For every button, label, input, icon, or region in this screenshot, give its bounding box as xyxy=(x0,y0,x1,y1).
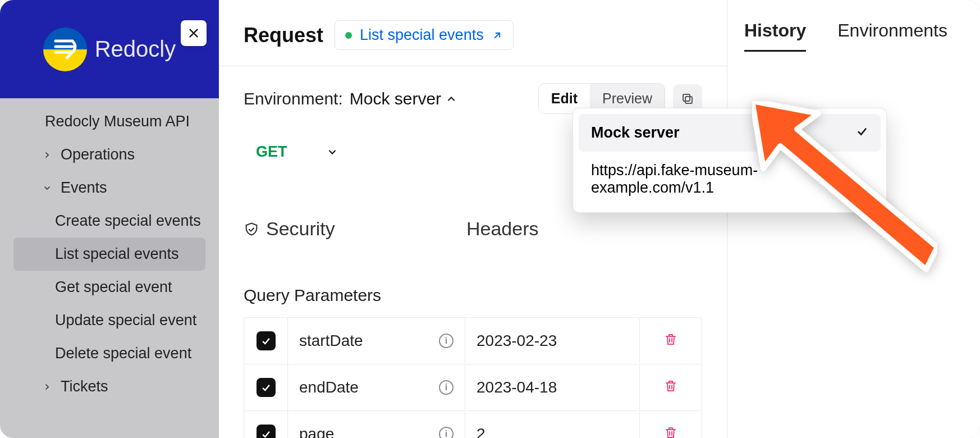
param-value[interactable]: 2023-02-23 xyxy=(477,332,557,350)
request-panel: Request List special events Environment:… xyxy=(219,0,727,438)
sidebar-item-label: Create special events xyxy=(55,212,201,230)
environment-option[interactable]: Mock server xyxy=(579,114,881,152)
delete-param-button[interactable] xyxy=(664,332,677,350)
copy-icon xyxy=(681,92,694,106)
check-icon xyxy=(856,124,868,142)
tab-history[interactable]: History xyxy=(744,20,806,52)
environment-option-label: https://api.fake-museum-example.com/v1.1 xyxy=(591,162,868,197)
table-row: startDatei2023-02-23 xyxy=(244,318,702,364)
environment-dropdown: Mock serverhttps://api.fake-museum-examp… xyxy=(573,108,887,213)
table-row: pagei2 xyxy=(244,410,702,438)
param-enabled-checkbox[interactable] xyxy=(257,425,276,438)
query-params-heading: Query Parameters xyxy=(244,286,702,305)
status-dot-icon xyxy=(345,32,352,39)
sidebar-item-label: Get special event xyxy=(55,279,172,296)
sidebar-item-label: Tickets xyxy=(61,378,108,395)
param-name: endDate xyxy=(299,378,359,396)
sidebar-item-delete-special-event[interactable]: Delete special event xyxy=(0,337,219,370)
sidebar-item-label: Operations xyxy=(61,146,135,163)
http-method-selector[interactable]: GET xyxy=(244,133,350,171)
tab-environments[interactable]: Environments xyxy=(837,20,947,52)
sidebar-item-events[interactable]: Events xyxy=(0,171,219,204)
param-name: startDate xyxy=(299,332,363,350)
sidebar-nav: Redocly Museum APIOperationsEventsCreate… xyxy=(0,98,219,410)
sidebar-item-label: Events xyxy=(61,179,107,197)
environment-value: Mock server xyxy=(350,89,441,108)
svg-rect-1 xyxy=(683,94,690,101)
redocly-logo-icon xyxy=(43,28,87,71)
sidebar-item-label: Redocly Museum API xyxy=(45,113,190,130)
sidebar-item-label: Delete special event xyxy=(55,345,191,362)
http-method: GET xyxy=(256,143,287,161)
close-icon xyxy=(187,27,200,39)
sidebar: Redocly Redocly Museum APIOperationsEven… xyxy=(0,0,219,438)
operation-chip[interactable]: List special events xyxy=(335,20,514,50)
sidebar-item-label: Update special event xyxy=(55,312,196,329)
operation-label: List special events xyxy=(360,26,484,44)
environment-selector[interactable]: Mock server xyxy=(350,89,457,108)
external-link-icon xyxy=(492,30,503,41)
sidebar-item-operations[interactable]: Operations xyxy=(0,138,219,171)
brand-name: Redocly xyxy=(95,36,176,62)
main-panel: Request List special events Environment:… xyxy=(219,0,980,438)
info-icon[interactable]: i xyxy=(439,380,454,395)
table-row: endDatei2023-04-18 xyxy=(244,364,702,410)
param-enabled-checkbox[interactable] xyxy=(257,331,276,350)
sidebar-item-label: List special events xyxy=(55,245,179,263)
param-enabled-checkbox[interactable] xyxy=(257,378,276,397)
sidebar-item-redocly-museum-api[interactable]: Redocly Museum API xyxy=(0,105,219,138)
delete-param-button[interactable] xyxy=(664,378,677,396)
tab-security-label: Security xyxy=(266,218,335,240)
chevron-down-icon xyxy=(39,184,55,193)
info-icon[interactable]: i xyxy=(439,334,454,348)
environment-option[interactable]: https://api.fake-museum-example.com/v1.1 xyxy=(579,152,881,207)
right-panel: History Environments xyxy=(727,0,980,438)
request-title: Request xyxy=(244,24,323,47)
close-sidebar-button[interactable] xyxy=(181,20,207,46)
sidebar-item-get-special-event[interactable]: Get special event xyxy=(0,271,219,304)
environment-label: Environment: xyxy=(244,89,343,108)
svg-rect-0 xyxy=(685,97,692,103)
chevron-down-icon xyxy=(327,147,338,158)
shield-icon xyxy=(244,221,259,237)
query-params-table: startDatei2023-02-23endDatei2023-04-18pa… xyxy=(244,317,702,438)
sidebar-item-update-special-event[interactable]: Update special event xyxy=(0,304,219,337)
environment-option-label: Mock server xyxy=(591,124,680,142)
chevron-right-icon xyxy=(39,150,55,159)
info-icon[interactable]: i xyxy=(439,427,454,438)
sidebar-item-list-special-events[interactable]: List special events xyxy=(13,238,205,271)
sidebar-item-create-special-events[interactable]: Create special events xyxy=(0,204,219,238)
chevron-up-icon xyxy=(446,93,457,104)
sidebar-header: Redocly xyxy=(0,0,219,98)
param-value[interactable]: 2023-04-18 xyxy=(477,378,557,396)
sidebar-item-tickets[interactable]: Tickets xyxy=(0,370,219,403)
param-name: page xyxy=(299,425,334,438)
delete-param-button[interactable] xyxy=(664,425,677,438)
chevron-right-icon xyxy=(39,382,55,391)
param-value[interactable]: 2 xyxy=(477,425,486,438)
tab-security[interactable]: Security xyxy=(244,218,335,240)
tab-headers-label: Headers xyxy=(466,218,539,240)
brand-logo: Redocly xyxy=(43,28,176,71)
